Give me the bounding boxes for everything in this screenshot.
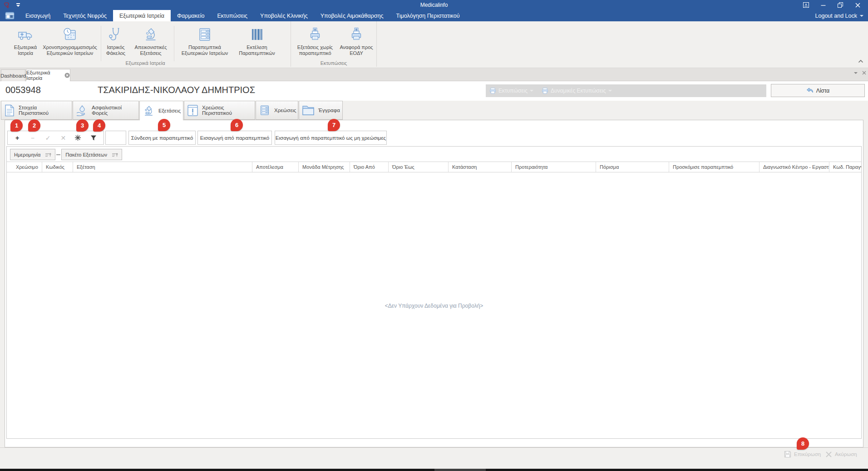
tab-xreoseis[interactable]: Χρεώσεις — [256, 101, 298, 120]
medicalinfo-window: Medicalinfo Εισαγωγή Τεχνητός Νεφρός Εξω… — [0, 0, 868, 471]
ribbon-tab-farmakeio[interactable]: Φαρμακείο — [171, 10, 211, 21]
dropdown-caret-icon — [530, 90, 533, 92]
column-header[interactable]: Αποτέλεσμα — [252, 162, 299, 172]
ribbon-tab-eisagogi[interactable]: Εισαγωγή — [19, 10, 57, 21]
taskbar-segment — [434, 469, 486, 471]
collapse-ribbon-icon[interactable] — [858, 59, 863, 63]
document-icon — [4, 104, 15, 117]
tab-group-close-icon[interactable] — [862, 71, 866, 75]
grid-body: <Δεν Υπάρχουν Δεδομένα για Προβολή> — [7, 173, 861, 438]
ribbon-tab-eksoterika-iatreia[interactable]: Εξωτερικά Ιατρεία — [113, 10, 171, 21]
cancel-x-icon — [825, 451, 832, 458]
group-chip-imerominia[interactable]: Ημερομηνία — [10, 149, 55, 160]
column-header[interactable]: Κωδικός — [42, 162, 73, 172]
doc-tab-eksoterika-iatreia[interactable]: Εξωτερικά Ιατρεία — [26, 69, 70, 81]
hand-care-icon — [76, 104, 88, 117]
column-header[interactable]: Προσκόμισε παραπεμπτικό — [669, 162, 760, 172]
ribbon-button-apeikonistikes-eksetaseis[interactable]: Απεικονιστικές Εξετάσεις — [130, 24, 172, 58]
column-header[interactable]: Εξέταση — [73, 162, 252, 172]
ribbon-button-xronoprogrammatismos[interactable]: Χρονοπρογραμματισμός Εξωτερικών Ιατρείων — [41, 24, 99, 58]
printer-icon — [542, 88, 548, 94]
column-header[interactable]: Διαγνωστικό Κέντρο - Εργαστήριο — [760, 162, 829, 172]
group-chip-connector — [56, 154, 60, 155]
dynamic-print-menu-button[interactable]: Δυναμικές Εκτυπώσεις — [542, 88, 612, 94]
cancel-edit-icon[interactable]: ✕ — [59, 134, 67, 142]
ribbon-tab-timologisi-peristatikou[interactable]: Τιμολόγηση Περιστατικού — [390, 10, 466, 21]
print-menu-button[interactable]: Εκτυπώσεις — [489, 88, 533, 94]
restore-button[interactable] — [832, 0, 849, 10]
tab-asfalistikoi-foreis[interactable]: Ασφαλιστικοί Φορείς — [73, 101, 139, 120]
close-button[interactable] — [849, 0, 866, 10]
group-chip-paketo-eksetaseon[interactable]: Πακέτο Εξετάσεων — [61, 149, 122, 160]
ribbon-separator — [101, 26, 101, 61]
annotation-badge-7: 7 — [328, 119, 340, 131]
grid-indent-cell — [7, 162, 12, 172]
schedule-icon — [62, 26, 78, 43]
logout-and-lock-button[interactable]: Logout and Lock — [815, 10, 863, 21]
warning-exclamation-icon — [187, 104, 198, 117]
application-menu-icon[interactable] — [0, 10, 19, 21]
ambulance-icon — [17, 26, 34, 43]
link-referral-button[interactable]: Σύνδεση με παραπεμπτικό — [128, 131, 196, 145]
annotation-badge-1: 1 — [10, 119, 23, 132]
confirm-button[interactable]: Επικύρωση — [784, 450, 821, 459]
ribbon-button-iatrikos-fakelos[interactable]: Ιατρικός Φάκελος — [104, 24, 128, 58]
delete-record-icon[interactable]: − — [29, 134, 36, 142]
filter-funnel-icon[interactable] — [90, 135, 98, 141]
minimize-button[interactable] — [814, 0, 832, 10]
add-record-icon[interactable]: + — [14, 134, 21, 142]
exams-panel: + − ✓ ✕ Σύνδεση με παραπεμπτικό Εισαγωγή… — [5, 120, 863, 447]
ribbon-button-eksoterika-iatreia[interactable]: Εξωτερικά Ιατρεία — [11, 24, 39, 58]
column-header[interactable]: Όριο Από — [350, 162, 389, 172]
ribbon-tab-texnitos-nefros[interactable]: Τεχνητός Νεφρός — [57, 10, 113, 21]
column-header[interactable]: Κατάσταση — [449, 162, 512, 172]
import-from-referral-nocharge-button[interactable]: Εισαγωγή από παραπεμπτικό ως μη χρεώσιμε… — [275, 131, 387, 145]
ribbon-button-ektelesi-parapemptikon[interactable]: Εκτέλεση Παραπεμπτικών — [235, 24, 279, 58]
back-arrow-icon — [806, 88, 814, 93]
grid-header-row: Χρεώσιμο Κωδικός Εξέταση Αποτέλεσμα Μονά… — [7, 162, 861, 172]
column-header[interactable]: Κωδ. Παραγγελίας — [829, 162, 861, 172]
ribbon-display-options-button[interactable] — [797, 0, 814, 10]
column-header[interactable]: Πόρισμα — [596, 162, 669, 172]
annotation-badge-5: 5 — [158, 119, 170, 131]
empty-data-message: <Δεν Υπάρχουν Δεδομένα για Προβολή> — [385, 303, 483, 309]
list-button[interactable]: Λίστα — [771, 84, 865, 97]
annotation-badge-8: 8 — [797, 437, 809, 450]
taskbar-edge — [0, 469, 868, 471]
doc-tab-dashboard[interactable]: Dashboard — [1, 69, 25, 81]
tab-close-icon[interactable] — [64, 73, 70, 78]
import-from-referral-button[interactable]: Εισαγωγή από παραπεμπτικό — [197, 131, 272, 145]
ribbon-button-eksetaseis-xoris-parapemptiko[interactable]: Εξετάσεις χωρίς παραπεμπτικό — [293, 24, 337, 58]
column-header[interactable]: Όριο Έως — [389, 162, 449, 172]
ribbon-content: Εξωτερικά Ιατρεία Χρονοπρογραμματισμός Ε… — [0, 21, 868, 68]
annotation-badge-6: 6 — [231, 119, 243, 131]
microscope-icon — [143, 105, 155, 117]
ribbon-button-anafora-eody[interactable]: Αναφορά προς ΕΟΔΥ — [339, 24, 374, 58]
ribbon-group-ektyposeis: Εξετάσεις χωρίς παραπεμπτικό Αναφορά προ… — [291, 21, 377, 67]
record-navigator: + − ✓ ✕ — [7, 131, 104, 145]
column-header[interactable]: Μονάδα Μέτρησης — [299, 162, 350, 172]
column-header[interactable]: Προτεραιότητα — [512, 162, 596, 172]
tab-eksetaseis[interactable]: Εξετάσεις — [139, 101, 183, 120]
printer-export-icon — [349, 26, 364, 43]
barcode-icon — [249, 26, 265, 43]
tab-stoixeia-peristatikou[interactable]: Στοιχεία Περιστατικού — [1, 101, 72, 120]
annotation-badge-2: 2 — [28, 119, 40, 132]
ribbon-tab-ektyposeis[interactable]: Εκτυπώσεις — [211, 10, 254, 21]
charges-form-icon — [259, 104, 271, 116]
toolbar-empty-box[interactable] — [105, 131, 126, 145]
confirm-edit-icon[interactable]: ✓ — [44, 134, 52, 142]
annotation-badge-3: 3 — [76, 119, 89, 132]
printer-icon — [489, 88, 496, 94]
cancel-button[interactable]: Ακύρωση — [825, 450, 857, 459]
refresh-icon[interactable] — [75, 135, 82, 141]
print-menu-bar: Εκτυπώσεις Δυναμικές Εκτυπώσεις — [486, 84, 766, 97]
microscope-icon — [143, 26, 158, 43]
tab-xreoseis-peristatikou[interactable]: Χρεώσεις Περιστατικού — [184, 101, 255, 120]
column-header[interactable]: Χρεώσιμο — [12, 162, 42, 172]
ribbon-button-parapemptika[interactable]: Παραπεμπτικά Εξωτερικών Ιατρείων — [177, 24, 233, 58]
ribbon-tab-ypovoles-aimokatharsis[interactable]: Υποβολές Αιμοκάθαρσης — [314, 10, 390, 21]
tab-eggrafa[interactable]: Έγγραφα — [299, 101, 343, 120]
tab-list-dropdown-icon[interactable] — [854, 72, 858, 74]
ribbon-tab-ypovoles-klinikis[interactable]: Υποβολές Κλινικής — [254, 10, 314, 21]
